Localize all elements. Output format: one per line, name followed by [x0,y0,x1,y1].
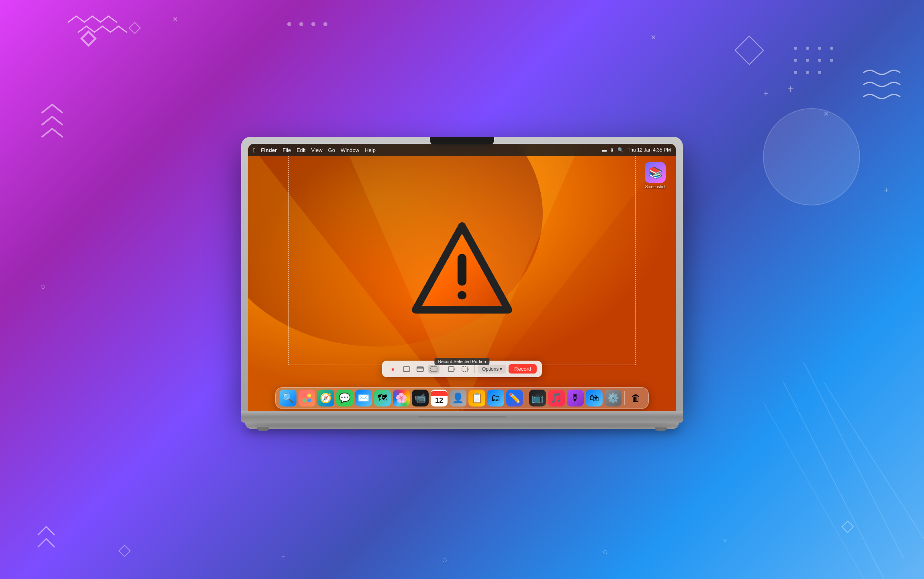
dock-separator [526,391,526,405]
laptop:  Finder File Edit View Go Window Help ▬… [241,137,683,431]
menu-wifi-icon: 𝛅 [611,147,613,153]
svg-rect-47 [448,366,454,371]
dock-icon-files[interactable]: 🗂 [487,390,504,407]
toolbar-record-portion[interactable] [460,364,471,373]
svg-point-18 [830,47,833,50]
desktop-screenshot-icon[interactable]: 📚 Screenshot [645,162,666,189]
svg-point-54 [307,398,311,402]
toolbar-capture-screen[interactable] [401,364,412,373]
svg-line-30 [783,382,884,579]
menu-battery-icon: ▬ [602,148,607,152]
svg-text:×: × [824,109,829,119]
menu-file[interactable]: File [282,147,291,153]
dock-separator-2 [624,391,625,405]
dock-icon-safari[interactable]: 🧭 [317,390,334,407]
menu-datetime: Thu 12 Jan 4:35 PM [628,147,671,153]
svg-text:×: × [723,537,727,544]
dock-icon-mail[interactable]: ✉️ [355,390,372,407]
dock-icon-contacts[interactable]: 👤 [450,390,466,407]
menu-go[interactable]: Go [328,147,335,153]
svg-marker-48 [454,368,456,370]
svg-point-17 [818,47,821,50]
toolbar-record-indicator[interactable]: ● [387,364,399,373]
dock-icon-calendar[interactable]: 12 [431,390,448,407]
svg-point-16 [806,47,809,50]
dock-icon-finder[interactable]: 🔍 [280,390,296,407]
toolbar-options-button[interactable]: Options ▾ [478,364,506,373]
svg-text:◇: ◇ [129,18,141,35]
dock-icon-facetime[interactable]: 📹 [412,390,429,407]
svg-point-20 [806,59,809,62]
dock-icon-trash[interactable]: 🗑 [628,390,644,407]
svg-line-33 [763,402,864,579]
desktop-icon-image: 📚 [645,162,666,183]
warning-icon [406,218,518,320]
svg-rect-35 [842,521,853,532]
laptop-bottom-bar [241,411,683,423]
svg-text:+: + [787,82,794,95]
dock-icon-launchpad[interactable] [298,390,315,407]
menu-search-icon[interactable]: 🔍 [617,147,623,153]
svg-rect-34 [119,545,130,556]
svg-point-51 [303,394,307,398]
svg-text:+: + [763,88,769,99]
dock-icon-appletv[interactable]: 📺 [529,390,546,407]
svg-text:○: ○ [40,281,45,292]
macbook-screen:  Finder File Edit View Go Window Help ▬… [248,144,676,411]
apple-menu[interactable]:  [253,146,255,153]
svg-text:+: + [281,553,285,560]
toolbar-record-button[interactable]: Record [509,364,537,374]
svg-rect-41 [458,254,466,285]
dock-icon-freeform[interactable]: ✏️ [506,390,523,407]
menu-view[interactable]: View [311,147,323,153]
laptop-feet [241,427,683,431]
dock-icon-photos[interactable]: 🌸 [393,390,410,407]
laptop-foot-left [257,427,269,431]
laptop-foot-right [655,427,667,431]
dock-icon-maps[interactable]: 🗺 [374,390,391,407]
menu-edit[interactable]: Edit [296,147,305,153]
tooltip: Record Selected Portion [434,358,489,365]
svg-point-25 [818,71,821,74]
svg-text:○: ○ [603,547,608,557]
svg-text:×: × [173,14,178,24]
toolbar-capture-window[interactable] [415,364,426,373]
svg-point-14 [763,109,860,205]
svg-line-32 [824,382,924,539]
menu-bar:  Finder File Edit View Go Window Help ▬… [248,144,676,156]
svg-rect-42 [458,291,466,299]
dock-icon-podcasts[interactable]: 🎙 [567,390,584,407]
svg-text:×: × [651,32,656,42]
svg-line-31 [803,362,904,559]
dock-icon-reminders[interactable]: 📋 [468,390,485,407]
svg-point-24 [806,71,809,74]
desktop-icon-label: Screenshot [645,185,666,189]
laptop-screen-body:  Finder File Edit View Go Window Help ▬… [241,137,683,411]
svg-text:+: + [884,185,889,195]
menu-window[interactable]: Window [341,147,359,153]
toolbar-record-screen[interactable] [446,364,458,373]
laptop-hinge [418,416,506,418]
menu-help[interactable]: Help [365,147,376,153]
dock-icon-music[interactable]: 🎵 [548,390,565,407]
svg-point-3 [299,22,303,26]
menu-finder[interactable]: Finder [261,147,277,153]
svg-rect-43 [403,366,410,371]
dock-icon-messages[interactable]: 💬 [336,390,353,407]
options-arrow-icon: ▾ [500,366,502,372]
svg-point-2 [287,22,291,26]
svg-point-22 [830,59,833,62]
svg-marker-50 [468,368,469,370]
screen-bezel:  Finder File Edit View Go Window Help ▬… [248,144,676,411]
svg-text:○: ○ [442,555,447,565]
options-label: Options [482,366,499,372]
toolbar-divider-1 [443,365,443,373]
svg-point-19 [794,59,797,62]
dock-icon-settings[interactable]: ⚙️ [605,390,621,407]
svg-point-4 [311,22,315,26]
toolbar-capture-portion[interactable] [428,364,440,373]
record-button-label: Record [514,366,531,372]
svg-rect-6 [735,36,764,65]
svg-point-53 [303,398,307,402]
dock-icon-appstore[interactable]: 🛍 [586,390,603,407]
